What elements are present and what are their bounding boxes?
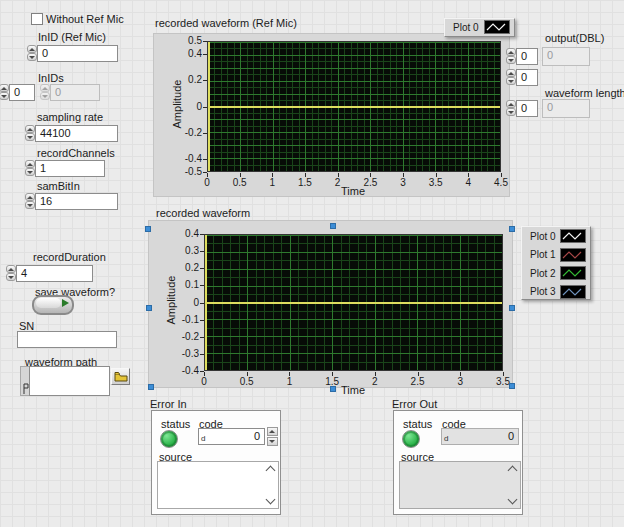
increment-icon[interactable] [506, 48, 516, 56]
without-ref-mic-checkbox[interactable] [31, 13, 43, 25]
tick-mark [460, 372, 461, 376]
waveform-length-index-field[interactable]: 0 [516, 100, 538, 117]
record-channels-field[interactable]: 1 [35, 160, 105, 177]
increment-icon[interactable] [25, 125, 35, 133]
waveform-length-index-spinner[interactable] [506, 100, 516, 117]
increment-icon [40, 84, 50, 92]
decrement-icon[interactable] [506, 77, 516, 85]
decrement-icon[interactable] [0, 92, 9, 100]
trace-zero-line [208, 106, 500, 108]
inids-element-spinner [40, 84, 50, 101]
record-channels-label: recordChannels [37, 147, 115, 159]
decrement-icon[interactable] [25, 133, 35, 141]
sam-bit-in-field[interactable]: 16 [35, 193, 118, 210]
tick-mark [203, 41, 207, 42]
x-tick-label: 3 [388, 177, 418, 188]
tick-mark [204, 372, 205, 376]
inid-spinner[interactable] [27, 45, 37, 62]
scroll-up-icon[interactable] [266, 466, 276, 476]
decrement-icon[interactable] [6, 273, 16, 281]
increment-icon[interactable] [506, 100, 516, 108]
selection-handle[interactable] [146, 305, 152, 311]
scroll-down-icon[interactable] [508, 495, 518, 505]
increment-icon[interactable] [0, 84, 9, 92]
decrement-button[interactable] [267, 437, 278, 446]
graph1-legend[interactable]: Plot 0 [444, 18, 515, 37]
selection-handle[interactable] [148, 384, 154, 390]
tick-mark [289, 372, 290, 376]
sn-field[interactable] [17, 331, 117, 348]
tick-mark [203, 54, 207, 55]
decrement-icon[interactable] [25, 168, 35, 176]
increment-icon[interactable] [27, 45, 37, 53]
legend-item[interactable]: Plot 1 [522, 246, 590, 265]
increment-icon[interactable] [6, 265, 16, 273]
browse-button[interactable] [111, 368, 130, 385]
decrement-icon[interactable] [506, 108, 516, 116]
y-tick-label: 0.1 [185, 279, 199, 290]
tick-mark [305, 173, 306, 177]
legend-item[interactable]: Plot 3 [522, 283, 590, 302]
source-field [399, 461, 521, 509]
tick-mark [247, 372, 248, 376]
legend-item[interactable]: Plot 0 [522, 227, 590, 246]
legend-item[interactable]: Plot 2 [522, 264, 590, 283]
graph2-legend[interactable]: Plot 0Plot 1Plot 2Plot 3 [521, 226, 591, 300]
x-tick-label: 2.5 [355, 177, 385, 188]
decrement-icon[interactable] [25, 201, 35, 209]
code-field[interactable]: d 0 [198, 428, 265, 445]
plot-area [207, 41, 501, 172]
code-field: d 0 [441, 428, 519, 445]
waveform-path-field[interactable] [29, 366, 110, 396]
scroll-down-icon[interactable] [266, 495, 276, 505]
status-led[interactable] [160, 430, 178, 448]
selection-handle[interactable] [330, 223, 336, 229]
decrement-icon[interactable] [27, 53, 37, 61]
scroll-up-icon[interactable] [508, 466, 518, 476]
sampling-rate-spinner[interactable] [25, 125, 35, 142]
plot-line-swatch-icon [560, 248, 586, 262]
tick-mark [240, 173, 241, 177]
tick-mark [338, 173, 339, 177]
y-tick-label: -0.4 [185, 153, 202, 164]
y-axis-label: Amplitude [171, 49, 183, 159]
y-tick-label: -0.4 [182, 365, 199, 376]
waveform-graph-ref-mic: Amplitude Time 0.50.40.20-0.2-0.4-0.500.… [153, 33, 510, 197]
tick-mark [200, 251, 204, 252]
selection-handle[interactable] [509, 383, 515, 389]
tick-mark [272, 173, 273, 177]
without-ref-mic-label: Without Ref Mic [46, 13, 124, 25]
waveform-length-element-field: 0 [542, 99, 590, 118]
increment-icon[interactable] [25, 160, 35, 168]
decrement-icon[interactable] [506, 56, 516, 64]
inid-field[interactable]: 0 [37, 45, 118, 62]
output-dbl-col-index-field[interactable]: 0 [516, 69, 538, 86]
record-duration-field[interactable]: 4 [16, 265, 93, 282]
selection-handle[interactable] [509, 226, 515, 232]
record-duration-spinner[interactable] [6, 265, 16, 282]
record-channels-spinner[interactable] [25, 160, 35, 177]
save-waveform-button[interactable] [32, 295, 74, 315]
increment-icon[interactable] [25, 193, 35, 201]
sampling-rate-field[interactable]: 44100 [35, 125, 118, 142]
legend-item[interactable]: Plot 0 [445, 19, 514, 35]
selection-handle[interactable] [330, 386, 336, 392]
sam-bit-in-spinner[interactable] [25, 193, 35, 210]
inid-label: InID (Ref Mic) [38, 31, 106, 43]
selection-handle[interactable] [145, 226, 151, 232]
output-dbl-row-index-field[interactable]: 0 [516, 48, 538, 65]
graph2-title: recorded waveform [156, 207, 250, 219]
output-dbl-row-index-spinner[interactable] [506, 48, 516, 65]
radix-indicator: d [444, 434, 448, 443]
y-tick-label: 0 [193, 297, 199, 308]
source-field[interactable] [157, 461, 279, 509]
inids-element-field[interactable]: 0 [50, 84, 100, 101]
increment-icon[interactable] [506, 69, 516, 77]
inids-index-field[interactable]: 0 [9, 84, 35, 101]
selection-handle[interactable] [509, 305, 515, 311]
inids-index-spinner[interactable] [0, 84, 9, 101]
increment-button[interactable] [267, 427, 278, 436]
tick-mark [370, 173, 371, 177]
output-dbl-col-index-spinner[interactable] [506, 69, 516, 86]
output-dbl-element-field: 0 [542, 47, 590, 66]
